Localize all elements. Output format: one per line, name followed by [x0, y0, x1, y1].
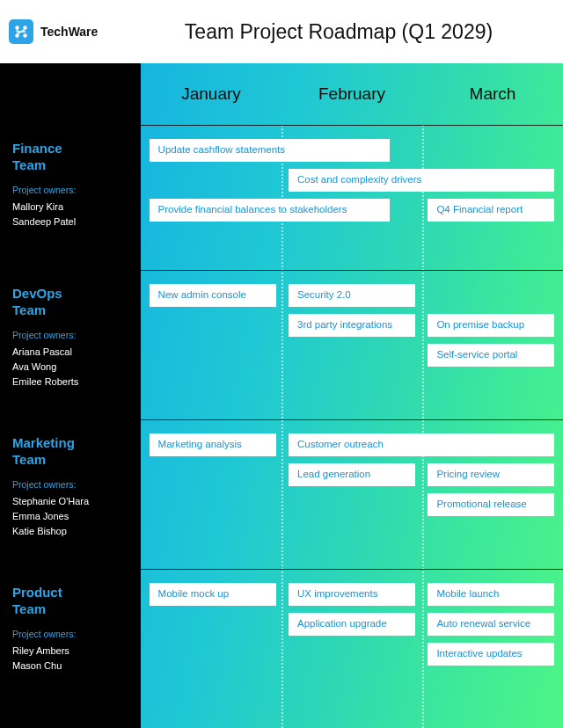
task-bar: Mobile launch	[428, 583, 554, 606]
header: TechWare Team Project Roadmap (Q1 2029)	[0, 0, 563, 63]
column-divider	[422, 125, 424, 728]
task-bar: Marketing analysis	[150, 433, 276, 456]
team-name: ProductTeam	[12, 585, 128, 618]
team-name: FinanceTeam	[12, 141, 128, 174]
brand-name: TechWare	[40, 25, 98, 39]
page-title: Team Project Roadmap (Q1 2029)	[123, 20, 554, 44]
row-divider	[0, 125, 563, 126]
task-bar: Self-service portal	[428, 344, 554, 367]
task-bar: Lead generation	[289, 463, 415, 486]
task-bar: Application upgrade	[289, 613, 415, 636]
row-divider	[0, 569, 563, 570]
owner-name: Ariana Pascal	[12, 345, 128, 360]
task-bar: Mobile mock up	[150, 583, 276, 606]
owners-label: Project owners:	[12, 330, 128, 340]
month-february: February	[282, 84, 422, 104]
task-bar: Update cashflow statements	[150, 139, 391, 162]
owners-label: Project owners:	[12, 479, 128, 490]
task-bar: Q4 Financial report	[428, 199, 554, 222]
task-bar: 3rd party integrations	[289, 314, 415, 337]
task-bar: Pricing review	[428, 463, 554, 486]
brand: TechWare	[9, 19, 141, 44]
task-bar: Cost and complexity drivers	[289, 169, 554, 192]
team-name: MarketingTeam	[12, 435, 128, 469]
team-name: DevOpsTeam	[12, 286, 128, 319]
task-bar: Provide financial balances to stakeholde…	[150, 199, 391, 222]
svg-point-3	[24, 34, 26, 37]
month-row: January February March	[141, 63, 563, 125]
month-march: March	[422, 84, 563, 104]
row-divider	[0, 270, 563, 271]
task-bar: Auto renewal service	[428, 613, 554, 636]
task-bar: Security 2.0	[289, 284, 415, 307]
owners-label: Project owners:	[12, 629, 128, 639]
owner-name: Emma Jones	[12, 509, 128, 524]
owner-name: Sandeep Patel	[12, 215, 128, 229]
task-bar: Promotional release	[428, 493, 554, 516]
task-bar: Interactive updates	[428, 643, 554, 666]
team-block: ProductTeamProject owners:Riley AmbersMa…	[0, 585, 141, 673]
logo-icon	[9, 19, 33, 44]
row-divider	[0, 419, 563, 420]
team-block: FinanceTeamProject owners:Mallory KiraSa…	[0, 141, 141, 229]
task-bar: On premise backup	[428, 314, 554, 337]
owner-name: Stephanie O'Hara	[12, 494, 128, 509]
timeline: January February March Update cashflow s…	[141, 63, 563, 728]
task-bar: UX improvements	[289, 583, 415, 606]
owner-name: Katie Bishop	[12, 524, 128, 539]
roadmap-grid: January February March Update cashflow s…	[0, 63, 563, 728]
month-january: January	[141, 84, 282, 104]
owner-name: Ava Wong	[12, 360, 128, 375]
owners-label: Project owners:	[12, 185, 128, 195]
owner-name: Mason Chu	[12, 659, 128, 673]
owner-name: Emilee Roberts	[12, 375, 128, 389]
team-block: MarketingTeamProject owners:Stephanie O'…	[0, 435, 141, 539]
task-bar: New admin console	[150, 284, 276, 307]
owner-name: Mallory Kira	[12, 200, 128, 215]
owner-name: Riley Ambers	[12, 644, 128, 659]
task-bar: Customer outreach	[289, 433, 554, 456]
team-block: DevOpsTeamProject owners:Ariana PascalAv…	[0, 286, 141, 389]
